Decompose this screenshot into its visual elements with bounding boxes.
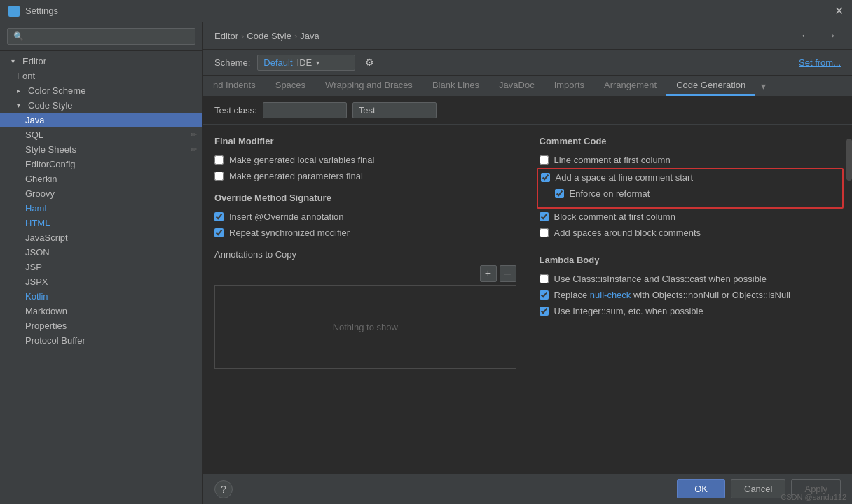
- add-annotation-button[interactable]: +: [480, 265, 497, 282]
- sidebar-item-protocol-buffer[interactable]: Protocol Buffer: [0, 333, 202, 348]
- block-comment-first-col-label: Block comment at first column: [554, 211, 675, 222]
- add-spaces-block-label: Add spaces around block comments: [554, 227, 701, 238]
- scroll-thumb: [846, 139, 852, 181]
- sidebar: ▾ Editor Font ▸ Color Scheme ▾ Code Styl…: [0, 22, 203, 504]
- sidebar-item-javascript[interactable]: JavaScript: [0, 230, 202, 245]
- breadcrumb-codestyle: Code Style: [247, 31, 291, 41]
- close-button[interactable]: ✕: [834, 4, 844, 18]
- sidebar-item-jsp[interactable]: JSP: [0, 260, 202, 274]
- use-class-isinstance-checkbox[interactable]: [540, 274, 549, 284]
- right-panel: Editor › Code Style › Java ← → Scheme: D…: [203, 22, 852, 504]
- checkbox-replace-null-check: Replace null-check with Objects::nonNull…: [540, 290, 841, 300]
- sidebar-item-json[interactable]: JSON: [0, 245, 202, 260]
- tab-spaces[interactable]: Spaces: [266, 76, 315, 96]
- search-bar: [0, 22, 202, 51]
- use-class-isinstance-label: Use Class::isInstance and Class::cast wh…: [554, 274, 767, 284]
- sidebar-item-label: Color Scheme: [28, 85, 85, 96]
- expand-icon: ▸: [17, 87, 25, 95]
- test-class-row: Test class:: [203, 97, 852, 125]
- nav-forward-button[interactable]: →: [821, 28, 841, 43]
- generated-params-checkbox[interactable]: [214, 172, 224, 181]
- block-comment-first-col-checkbox[interactable]: [540, 212, 549, 221]
- checkbox-enforce-reformat: Enforce on reformat: [555, 188, 840, 199]
- checkbox-add-space: Add a space at line comment start: [541, 172, 840, 183]
- search-input[interactable]: [7, 28, 195, 45]
- annotations-list: Nothing to show: [214, 285, 516, 369]
- gear-button[interactable]: ⚙: [362, 54, 377, 71]
- use-integer-sum-checkbox[interactable]: [540, 307, 549, 316]
- sidebar-item-color-scheme[interactable]: ▸ Color Scheme: [0, 83, 202, 98]
- comment-code-section: Comment Code Line comment at first colum…: [540, 136, 841, 238]
- sidebar-item-label: Code Style: [28, 100, 73, 111]
- settings-window: Settings ✕ ▾ Editor Font ▸: [0, 0, 852, 504]
- checkbox-repeat-synchronized: Repeat synchronized modifier: [214, 227, 516, 238]
- tab-indents[interactable]: nd Indents: [203, 76, 266, 96]
- line-comment-first-col-checkbox[interactable]: [540, 155, 549, 164]
- sidebar-item-label: HTML: [25, 218, 50, 228]
- breadcrumb-path: Editor › Code Style › Java: [214, 31, 320, 41]
- sidebar-item-font[interactable]: Font: [0, 69, 202, 83]
- sidebar-item-label: Groovy: [25, 188, 55, 199]
- generated-local-checkbox[interactable]: [214, 155, 224, 164]
- scheme-value: Default: [263, 57, 292, 68]
- sidebar-item-java[interactable]: Java: [0, 113, 202, 127]
- tab-wrapping[interactable]: Wrapping and Braces: [315, 76, 422, 96]
- test-class-label: Test class:: [214, 105, 257, 115]
- sidebar-item-label: Kotlin: [25, 291, 48, 302]
- test-input-2[interactable]: [352, 102, 437, 118]
- set-from-link[interactable]: Set from...: [799, 57, 841, 68]
- sidebar-item-properties[interactable]: Properties: [0, 318, 202, 333]
- scrollbar[interactable]: [846, 125, 852, 473]
- checkbox-block-comment-first-col: Block comment at first column: [540, 211, 841, 222]
- footer: ? OK Cancel Apply: [203, 473, 852, 504]
- ok-button[interactable]: OK: [677, 479, 725, 498]
- final-modifier-title: Final Modifier: [214, 136, 516, 146]
- sidebar-item-jspx[interactable]: JSPX: [0, 274, 202, 289]
- tab-imports[interactable]: Imports: [544, 76, 594, 96]
- nav-back-button[interactable]: ←: [796, 28, 816, 43]
- scheme-dropdown[interactable]: Default IDE ▾: [257, 55, 355, 71]
- breadcrumb-java: Java: [300, 31, 319, 41]
- sidebar-item-gherkin[interactable]: Gherkin: [0, 172, 202, 186]
- window-title: Settings: [25, 6, 834, 16]
- cancel-button[interactable]: Cancel: [731, 479, 785, 498]
- edit-icon: ✏: [191, 130, 197, 139]
- repeat-synchronized-checkbox[interactable]: [214, 228, 224, 237]
- annotations-header: Annotations to Copy: [214, 249, 516, 260]
- sidebar-item-style-sheets[interactable]: Style Sheets ✏: [0, 142, 202, 157]
- sidebar-item-editor[interactable]: ▾ Editor: [0, 54, 202, 69]
- sidebar-item-sql[interactable]: SQL ✏: [0, 127, 202, 142]
- null-check-link: null-check: [590, 290, 631, 300]
- help-button[interactable]: ?: [214, 480, 233, 498]
- sidebar-item-groovy[interactable]: Groovy: [0, 186, 202, 201]
- enforce-reformat-checkbox[interactable]: [555, 189, 564, 198]
- highlight-box: Add a space at line comment start Enforc…: [537, 168, 844, 209]
- tab-arrangement[interactable]: Arrangement: [594, 76, 666, 96]
- remove-annotation-button[interactable]: –: [500, 265, 516, 282]
- tab-blank-lines[interactable]: Blank Lines: [422, 76, 489, 96]
- sidebar-item-label: Editor: [22, 56, 46, 66]
- sidebar-item-html[interactable]: HTML: [0, 216, 202, 230]
- sidebar-item-label: JSP: [25, 262, 42, 272]
- tab-javadoc[interactable]: JavaDoc: [489, 76, 544, 96]
- sidebar-item-label: Protocol Buffer: [25, 335, 85, 346]
- add-space-checkbox[interactable]: [541, 173, 550, 182]
- add-spaces-block-checkbox[interactable]: [540, 228, 549, 237]
- sidebar-item-editorconfig[interactable]: EditorConfig: [0, 157, 202, 172]
- sidebar-item-kotlin[interactable]: Kotlin: [0, 289, 202, 304]
- tab-code-generation[interactable]: Code Generation: [666, 76, 755, 96]
- insert-override-checkbox[interactable]: [214, 212, 224, 221]
- lambda-body-section: Lambda Body Use Class::isInstance and Cl…: [540, 255, 841, 316]
- replace-null-check-checkbox[interactable]: [540, 290, 549, 300]
- breadcrumb: Editor › Code Style › Java ← →: [203, 22, 852, 50]
- sidebar-tree: ▾ Editor Font ▸ Color Scheme ▾ Code Styl…: [0, 51, 202, 504]
- sidebar-item-label: JavaScript: [25, 232, 68, 243]
- sidebar-item-haml[interactable]: Haml: [0, 201, 202, 216]
- sidebar-item-code-style[interactable]: ▾ Code Style: [0, 98, 202, 113]
- title-bar: Settings ✕: [0, 0, 852, 22]
- sidebar-item-markdown[interactable]: Markdown: [0, 304, 202, 318]
- line-comment-first-col-label: Line comment at first column: [554, 155, 671, 165]
- tab-more-button[interactable]: ▾: [755, 76, 771, 96]
- sidebar-item-label: Style Sheets: [25, 144, 76, 155]
- test-class-input[interactable]: [263, 102, 347, 118]
